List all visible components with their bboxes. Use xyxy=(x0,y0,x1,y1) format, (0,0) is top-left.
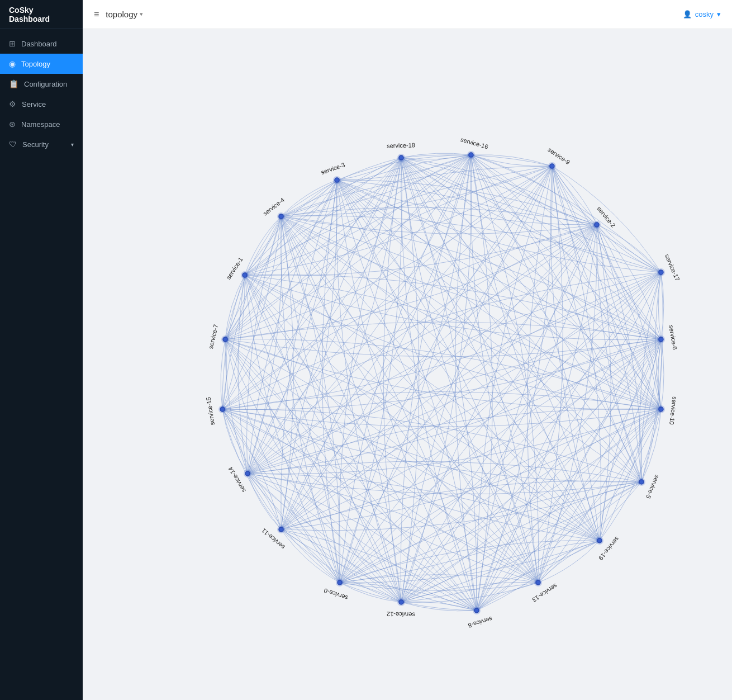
sidebar-item-dashboard[interactable]: ⊞ Dashboard xyxy=(0,34,83,54)
svg-point-29 xyxy=(245,471,250,476)
namespace-icon: ⊛ xyxy=(9,120,16,129)
configuration-icon: 📋 xyxy=(9,79,18,88)
user-icon: 👤 xyxy=(683,10,692,18)
topology-graph[interactable]: service-0service-1service-2service-3serv… xyxy=(83,29,732,700)
label-service-3: service-3 xyxy=(320,161,346,176)
node-service-4[interactable]: service-4 xyxy=(262,196,286,220)
sidebar-label-dashboard: Dashboard xyxy=(21,40,57,48)
sidebar-label-configuration: Configuration xyxy=(24,80,67,88)
sidebar-item-security[interactable]: 🛡 Security ▾ xyxy=(0,134,83,154)
svg-point-23 xyxy=(279,527,283,532)
page-title-text: topology xyxy=(106,10,137,19)
sidebar-nav: ⊞ Dashboard ◉ Topology 📋 Configuration ⚙… xyxy=(0,29,83,154)
svg-point-1 xyxy=(338,580,342,585)
label-service-10: service-10 xyxy=(668,396,678,425)
node-service-8[interactable]: service-8 xyxy=(467,607,493,629)
node-service-1[interactable]: service-1 xyxy=(225,256,249,281)
sidebar-item-topology[interactable]: ◉ Topology xyxy=(0,54,83,74)
svg-point-5 xyxy=(595,223,599,227)
svg-point-19 xyxy=(550,164,554,168)
node-service-14[interactable]: service-14 xyxy=(227,466,251,494)
svg-point-3 xyxy=(243,273,247,277)
label-service-15: service-15 xyxy=(205,396,216,425)
service-icon: ⚙ xyxy=(9,100,16,108)
svg-point-9 xyxy=(279,214,283,219)
header: ≡ topology ▾ 👤 cosky ▾ xyxy=(83,0,732,29)
app-container: CoSky Dashboard ⊞ Dashboard ◉ Topology 📋… xyxy=(0,0,732,700)
security-chevron-icon: ▾ xyxy=(71,141,74,148)
svg-point-15 xyxy=(223,337,227,342)
node-service-17[interactable]: service-17 xyxy=(657,253,681,282)
node-service-11[interactable]: service-11 xyxy=(260,526,286,551)
content-area: service-0service-1service-2service-3serv… xyxy=(83,29,732,700)
svg-point-17 xyxy=(474,608,479,613)
label-service-0: service-0 xyxy=(323,587,349,601)
label-service-12: service-12 xyxy=(387,611,415,618)
svg-point-35 xyxy=(659,270,663,275)
label-service-16: service-16 xyxy=(460,136,489,150)
svg-point-13 xyxy=(659,337,663,342)
label-service-18: service-18 xyxy=(387,141,415,149)
svg-point-33 xyxy=(469,153,473,157)
label-service-8: service-8 xyxy=(467,616,493,629)
svg-point-31 xyxy=(220,407,225,412)
svg-point-39 xyxy=(597,538,602,543)
sidebar-item-service[interactable]: ⚙ Service xyxy=(0,94,83,114)
security-icon: 🛡 xyxy=(9,140,17,149)
svg-point-11 xyxy=(639,480,644,484)
sidebar-label-topology: Topology xyxy=(21,60,50,68)
svg-point-27 xyxy=(536,580,540,585)
sidebar-label-namespace: Namespace xyxy=(21,120,60,129)
sidebar-label-security: Security xyxy=(22,140,49,149)
page-title[interactable]: topology ▾ xyxy=(106,10,143,19)
node-service-16[interactable]: service-16 xyxy=(460,136,489,159)
label-service-13: service-13 xyxy=(531,583,558,604)
menu-icon[interactable]: ≡ xyxy=(94,10,99,20)
label-service-5: service-5 xyxy=(645,474,661,500)
sidebar-label-service: Service xyxy=(22,100,46,108)
node-service-10[interactable]: service-10 xyxy=(657,396,678,425)
label-service-7: service-7 xyxy=(207,324,220,349)
topology-icon: ◉ xyxy=(9,59,16,68)
dashboard-icon: ⊞ xyxy=(9,39,16,48)
node-service-13[interactable]: service-13 xyxy=(531,579,558,603)
node-service-19[interactable]: service-19 xyxy=(596,536,621,562)
title-chevron-icon: ▾ xyxy=(140,11,143,18)
sidebar-item-configuration[interactable]: 📋 Configuration xyxy=(0,74,83,94)
app-logo: CoSky Dashboard xyxy=(0,0,83,29)
sidebar: CoSky Dashboard ⊞ Dashboard ◉ Topology 📋… xyxy=(0,0,83,700)
svg-point-7 xyxy=(335,178,339,182)
sidebar-item-namespace[interactable]: ⊛ Namespace xyxy=(0,114,83,134)
svg-point-21 xyxy=(659,407,663,412)
user-chevron-icon: ▾ xyxy=(717,10,721,18)
label-service-1: service-1 xyxy=(225,256,244,281)
svg-point-25 xyxy=(399,600,403,604)
username: cosky xyxy=(695,10,714,18)
main-area: ≡ topology ▾ 👤 cosky ▾ service-0service-… xyxy=(83,0,732,700)
label-service-17: service-17 xyxy=(664,253,681,282)
user-menu[interactable]: 👤 cosky ▾ xyxy=(683,10,721,18)
svg-point-37 xyxy=(399,155,403,160)
node-service-9[interactable]: service-9 xyxy=(546,146,571,170)
label-service-6: service-6 xyxy=(668,324,678,350)
